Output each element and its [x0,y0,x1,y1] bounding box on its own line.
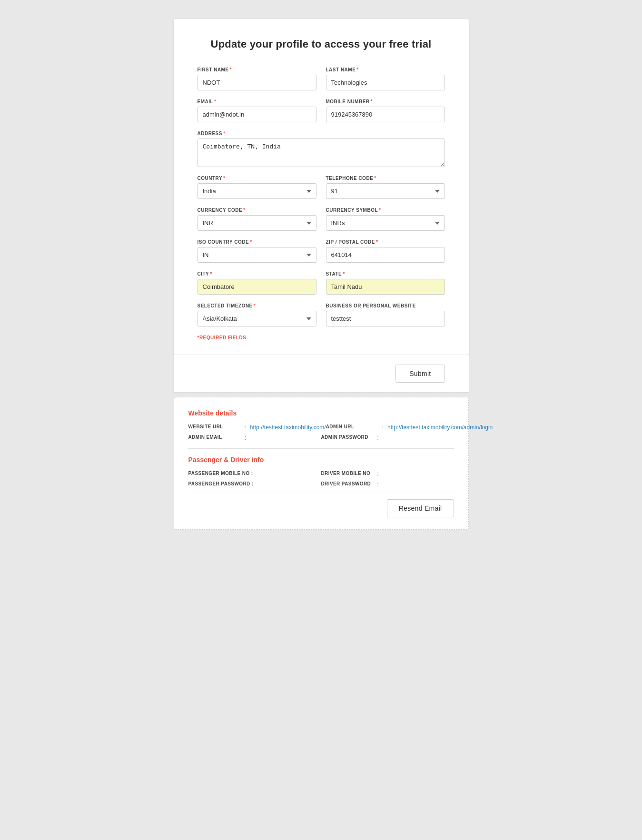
website-details-heading: Website details [188,409,454,417]
zip-input[interactable] [326,247,445,263]
currency-code-group: CURRENCY CODE* INR [198,208,316,231]
page-wrapper: Update your profile to access your free … [174,19,469,530]
city-input[interactable] [198,279,316,295]
driver-password-half: DRIVER PASSWORD : [321,481,454,488]
mobile-input[interactable] [326,107,445,122]
timezone-group: SELECTED TIMEZONE* Asia/Kolkata [198,303,316,326]
section-divider [188,448,454,449]
driver-mobile-colon: : [377,471,379,477]
admin-email-colon: : [245,435,246,441]
currency-row: CURRENCY CODE* INR CURRENCY SYMBOL* INRs [198,208,445,231]
first-name-label: FIRST NAME* [198,67,316,72]
resend-email-button[interactable]: Resend Email [387,499,454,517]
submit-area: Submit [174,355,469,392]
driver-mobile-half: DRIVER MOBILE NO : [321,471,454,477]
currency-symbol-label: CURRENCY SYMBOL* [326,208,445,213]
city-state-row: CITY* STATE* [198,271,445,295]
timezone-label: SELECTED TIMEZONE* [198,303,316,308]
email-label: EMAIL* [198,99,316,104]
currency-symbol-select[interactable]: INRs [326,215,445,231]
passenger-password-half: PASSENGER PASSWORD : [188,481,321,486]
driver-password-label: DRIVER PASSWORD [321,481,374,486]
driver-info-heading: Passenger & Driver info [188,456,454,464]
mobile-label: MOBILE NUMBER* [326,99,445,104]
name-row: FIRST NAME* LAST NAME* [198,67,445,90]
email-mobile-row: EMAIL* MOBILE NUMBER* [198,99,445,122]
password-info-row: PASSENGER PASSWORD : DRIVER PASSWORD : [188,481,454,488]
iso-country-code-group: ISO COUNTRY CODE* IN [198,239,316,263]
timezone-select[interactable]: Asia/Kolkata [198,311,316,326]
zip-group: ZIP / POSTAL CODE* [326,239,445,263]
admin-url-value: http://testtest.taximobility.com/admin/l… [387,424,493,431]
state-group: STATE* [326,271,445,295]
website-url-half: WEBSITE URL : http://testtest.taximobili… [188,424,326,431]
passenger-password-label: PASSENGER PASSWORD : [188,481,254,486]
last-name-input[interactable] [326,75,445,90]
admin-url-colon: : [382,424,384,431]
iso-country-code-label: ISO COUNTRY CODE* [198,239,316,245]
country-group: COUNTRY* India [198,176,316,199]
website-url-value: http://testtest.taximobility.com/ [250,424,326,431]
driver-mobile-label: DRIVER MOBILE NO [321,471,374,476]
admin-password-colon: : [377,435,379,441]
website-url-label: WEBSITE URL [188,424,241,429]
website-url-row: WEBSITE URL : http://testtest.taximobili… [188,424,454,431]
passenger-mobile-half: PASSENGER MOBILE NO : [188,471,321,476]
iso-country-code-select[interactable]: IN [198,247,316,263]
timezone-website-row: SELECTED TIMEZONE* Asia/Kolkata BUSINESS… [198,303,445,326]
city-group: CITY* [198,271,316,295]
admin-url-label: ADMIN URL [326,424,378,429]
submit-button[interactable]: Submit [395,365,444,383]
country-select[interactable]: India [198,183,316,199]
page-title: Update your profile to access your free … [198,38,445,50]
currency-symbol-group: CURRENCY SYMBOL* INRs [326,208,445,231]
address-group: ADDRESS* Coimbatore, TN, India [198,131,445,167]
admin-email-label: ADMIN EMAIL [188,435,241,440]
address-row: ADDRESS* Coimbatore, TN, India [198,131,445,167]
resend-area: Resend Email [188,492,454,517]
email-group: EMAIL* [198,99,316,122]
last-name-group: LAST NAME* [326,67,445,90]
currency-code-select[interactable]: INR [198,215,316,231]
telephone-code-label: TELEPHONE CODE* [326,176,445,181]
admin-email-half: ADMIN EMAIL : [188,435,321,441]
zip-label: ZIP / POSTAL CODE* [326,239,445,245]
address-input[interactable]: Coimbatore, TN, India [198,138,445,167]
state-input[interactable] [326,279,445,295]
state-label: STATE* [326,271,445,277]
website-url-colon: : [245,424,246,431]
website-input[interactable] [326,311,445,326]
iso-zip-row: ISO COUNTRY CODE* IN ZIP / POSTAL CODE* [198,239,445,263]
website-group: BUSINESS OR PERSONAL WEBSITE [326,303,445,326]
address-label: ADDRESS* [198,131,445,136]
first-name-input[interactable] [198,75,316,90]
telephone-code-select[interactable]: 91 [326,183,445,199]
telephone-code-group: TELEPHONE CODE* 91 [326,176,445,199]
website-label: BUSINESS OR PERSONAL WEBSITE [326,303,445,308]
driver-password-colon: : [377,481,379,488]
admin-password-half: ADMIN PASSWORD : [321,435,454,441]
mobile-group: MOBILE NUMBER* [326,99,445,122]
mobile-info-row: PASSENGER MOBILE NO : DRIVER MOBILE NO : [188,471,454,477]
form-card: Update your profile to access your free … [174,19,469,355]
country-label: COUNTRY* [198,176,316,181]
required-fields-note: *REQUIRED FIELDS [198,335,445,340]
last-name-label: LAST NAME* [326,67,445,72]
city-label: CITY* [198,271,316,277]
country-tel-row: COUNTRY* India TELEPHONE CODE* 91 [198,176,445,199]
admin-password-label: ADMIN PASSWORD [321,435,374,440]
currency-code-label: CURRENCY CODE* [198,208,316,213]
first-name-group: FIRST NAME* [198,67,316,90]
passenger-mobile-label: PASSENGER MOBILE NO : [188,471,253,476]
admin-url-half: ADMIN URL : http://testtest.taximobility… [326,424,493,431]
details-card: Website details WEBSITE URL : http://tes… [174,397,469,530]
email-input[interactable] [198,107,316,122]
admin-email-row: ADMIN EMAIL : ADMIN PASSWORD : [188,435,454,441]
